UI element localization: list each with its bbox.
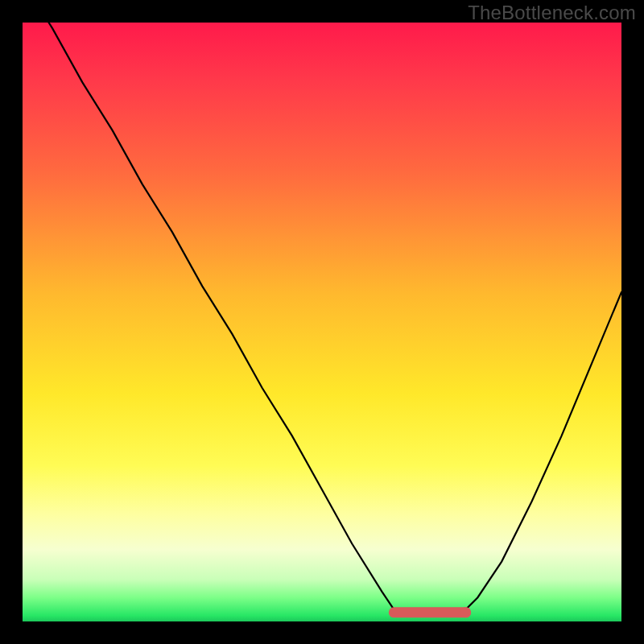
chart-frame: TheBottleneck.com <box>0 0 644 644</box>
optimal-zone-end-dot <box>460 607 471 617</box>
curve-layer <box>23 23 621 621</box>
bottleneck-curve <box>23 23 621 616</box>
watermark-text: TheBottleneck.com <box>468 2 636 24</box>
plot-area <box>23 23 621 621</box>
